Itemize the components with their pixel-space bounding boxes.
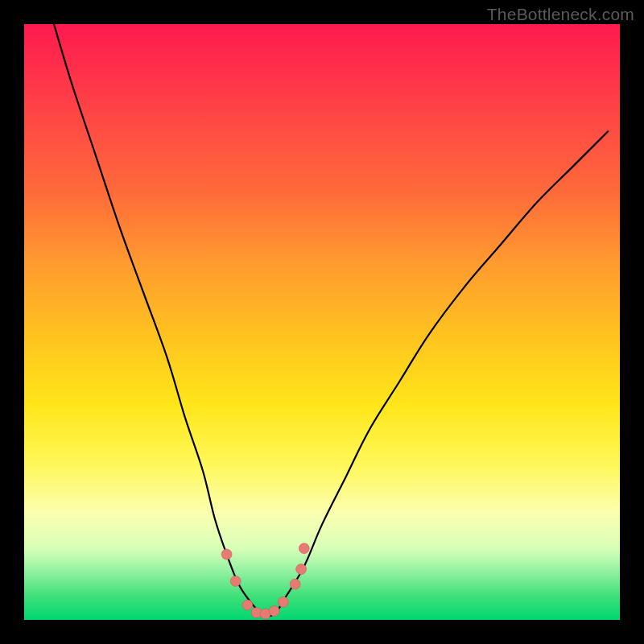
- curve-svg: [24, 24, 620, 620]
- plot-area: [24, 24, 620, 620]
- watermark-text: TheBottleneck.com: [487, 5, 634, 24]
- highlight-dots: [221, 543, 309, 619]
- marker-dot: [278, 597, 288, 607]
- bottleneck-curve: [54, 24, 608, 616]
- marker-dot: [221, 549, 232, 559]
- marker-dot: [299, 543, 309, 554]
- chart-frame: TheBottleneck.com: [0, 0, 644, 644]
- marker-dot: [296, 564, 307, 575]
- marker-dot: [242, 600, 253, 610]
- marker-dot: [230, 576, 241, 586]
- marker-dot: [269, 605, 279, 616]
- marker-dot: [290, 579, 300, 589]
